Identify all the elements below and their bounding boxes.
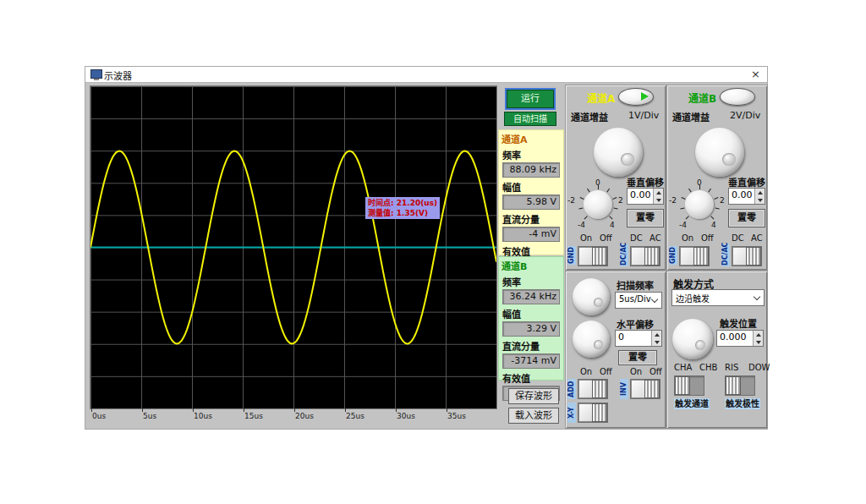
- channel-b-panel: 通道B 通道增益 2V/Div 0 -2 2 -4 4 垂直偏移 0.00 置零…: [666, 85, 768, 271]
- dcac-side-label: DC/AC: [721, 244, 730, 266]
- channel-b-meas-title: 通道B: [502, 259, 563, 272]
- spin-up-button[interactable]: [755, 189, 765, 196]
- scan-rate-label: 扫描频率: [617, 278, 654, 292]
- cursor-tooltip: 时间点: 21.20(us) 测量值: 1.35(V): [365, 197, 440, 219]
- on-label: On: [580, 233, 592, 243]
- gain-knob[interactable]: [594, 128, 643, 177]
- cha-label: CHA: [674, 363, 692, 372]
- gain-knob[interactable]: [695, 128, 744, 177]
- x-tick: 5us: [143, 412, 156, 420]
- meas-label: 幅值: [502, 180, 563, 194]
- fine-offset-dial[interactable]: [584, 190, 612, 219]
- h-offset-label: 水平偏移: [617, 317, 654, 331]
- on-label: On: [630, 367, 642, 376]
- trigger-pos-spinner[interactable]: 0.000: [716, 330, 764, 347]
- channel-a-onoff-switch[interactable]: [578, 246, 608, 266]
- trigger-channel-caption: 触发通道: [674, 398, 710, 409]
- dc-label: DC: [630, 233, 643, 243]
- trigger-channel-switch[interactable]: [674, 375, 704, 396]
- channel-a-dcac-switch[interactable]: [630, 246, 660, 266]
- h-offset-spinner[interactable]: 0: [615, 330, 662, 347]
- meas-label: 直流分量: [502, 339, 563, 353]
- scan-rate-dropdown[interactable]: 5us/Div: [615, 292, 662, 309]
- x-tick: 20us: [295, 412, 314, 420]
- spin-down-button[interactable]: [652, 338, 661, 346]
- fine-offset-dial[interactable]: [685, 190, 714, 219]
- v-offset-spinner[interactable]: 0.00: [627, 188, 664, 205]
- x-tick: 30us: [397, 412, 415, 420]
- gain-label: 通道增益: [672, 110, 710, 123]
- off-label: Off: [600, 233, 612, 243]
- v-offset-zero-button[interactable]: 置零: [728, 209, 765, 227]
- window-content: 时间点: 21.20(us) 测量值: 1.35(V) 0us 5us 10us…: [85, 83, 767, 429]
- xy-switch[interactable]: [578, 403, 608, 423]
- gnd-side-label: GND: [567, 246, 576, 265]
- trigger-level-knob[interactable]: [672, 319, 713, 359]
- channel-b-onoff-switch[interactable]: [679, 246, 710, 266]
- autoscan-button[interactable]: 自动扫描: [504, 112, 556, 126]
- meas-value-dc: -3714 mV: [502, 353, 560, 369]
- dial-label: 0: [595, 178, 600, 187]
- meas-label: 直流分量: [502, 212, 563, 226]
- scope-display[interactable]: 时间点: 21.20(us) 测量值: 1.35(V): [90, 85, 497, 409]
- x-tick: 25us: [346, 412, 364, 420]
- dial-label: -4: [679, 221, 687, 229]
- dial-label: 4: [711, 221, 716, 229]
- v-offset-zero-button[interactable]: 置零: [627, 209, 664, 227]
- trigger-mode-dropdown[interactable]: 边沿触发: [671, 289, 765, 306]
- oscilloscope-window: 示波器 × 时间点: 21.20(us) 测量值: 1.35(V) 0us 5u…: [85, 66, 768, 430]
- spin-down-button[interactable]: [654, 196, 663, 204]
- tooltip-value: 测量值: 1.35(V): [368, 208, 437, 218]
- v-offset-spinner[interactable]: 0.00: [728, 188, 765, 205]
- channel-a-title: 通道A: [587, 90, 615, 105]
- dial-label: 2: [618, 196, 623, 205]
- channel-b-dcac-switch[interactable]: [732, 246, 762, 266]
- run-button[interactable]: 运行: [507, 90, 554, 108]
- off-label: Off: [600, 367, 612, 376]
- v-offset-label: 垂直偏移: [627, 175, 664, 189]
- dial-label: -2: [669, 196, 677, 205]
- dial-label: 2: [720, 196, 725, 205]
- xy-side-label: X-Y: [567, 403, 576, 423]
- chb-label: CHB: [699, 363, 717, 372]
- spin-up-button[interactable]: [652, 331, 661, 338]
- title-bar[interactable]: 示波器 ×: [85, 67, 767, 83]
- close-icon[interactable]: ×: [751, 68, 760, 81]
- meas-value-amplitude: 5.98 V: [502, 194, 560, 210]
- tooltip-time: 时间点: 21.20(us): [368, 198, 437, 208]
- scan-rate-knob[interactable]: [573, 278, 610, 315]
- dcac-side-label: DC/AC: [620, 244, 628, 266]
- meas-value-frequency: 36.24 kHz: [502, 289, 560, 304]
- dial-label: 4: [610, 221, 615, 229]
- gain-value: 2V/Div: [730, 110, 760, 121]
- dial-label: 0: [697, 178, 702, 187]
- channel-a-meas-title: 通道A: [502, 132, 563, 145]
- spin-down-button[interactable]: [755, 196, 765, 204]
- channel-a-measurements: 通道A 频率 88.09 kHz 幅值 5.98 V 直流分量 -4 mV 有效…: [498, 129, 564, 255]
- inv-switch[interactable]: [630, 379, 660, 399]
- h-offset-zero-button[interactable]: 置零: [618, 350, 657, 365]
- gain-label: 通道增益: [571, 110, 608, 123]
- time-axis: 0us 5us 10us 15us 20us 25us 30us 35us: [90, 408, 497, 424]
- channel-b-toggle[interactable]: [720, 88, 755, 106]
- spin-up-button[interactable]: [654, 189, 663, 196]
- gnd-side-label: GND: [669, 246, 677, 265]
- trigger-polarity-caption: 触发极性: [725, 398, 760, 409]
- spin-up-button[interactable]: [754, 331, 763, 338]
- meas-label: 幅值: [502, 307, 563, 320]
- meas-label: 频率: [502, 275, 563, 288]
- spin-down-button[interactable]: [754, 338, 763, 346]
- timebase-panel: 扫描频率 5us/Div 水平偏移 0 置零 On Off ADD On Off…: [565, 271, 666, 429]
- add-switch[interactable]: [578, 379, 608, 399]
- trigger-pos-label: 触发位置: [720, 316, 757, 330]
- h-offset-knob[interactable]: [573, 320, 610, 358]
- dc-label: DC: [732, 233, 744, 243]
- window-title: 示波器: [104, 68, 132, 82]
- save-waveform-button[interactable]: 保存波形: [508, 388, 559, 404]
- x-tick: 35us: [447, 412, 466, 420]
- channel-a-panel: 通道A 通道增益 1V/Div 0 -2 2 -4 4 垂直偏移 0.00 置零…: [565, 85, 666, 271]
- dial-label: -2: [567, 196, 575, 205]
- trigger-polarity-switch[interactable]: [725, 375, 755, 396]
- load-waveform-button[interactable]: 载入波形: [508, 408, 559, 424]
- channel-a-toggle[interactable]: [618, 88, 654, 106]
